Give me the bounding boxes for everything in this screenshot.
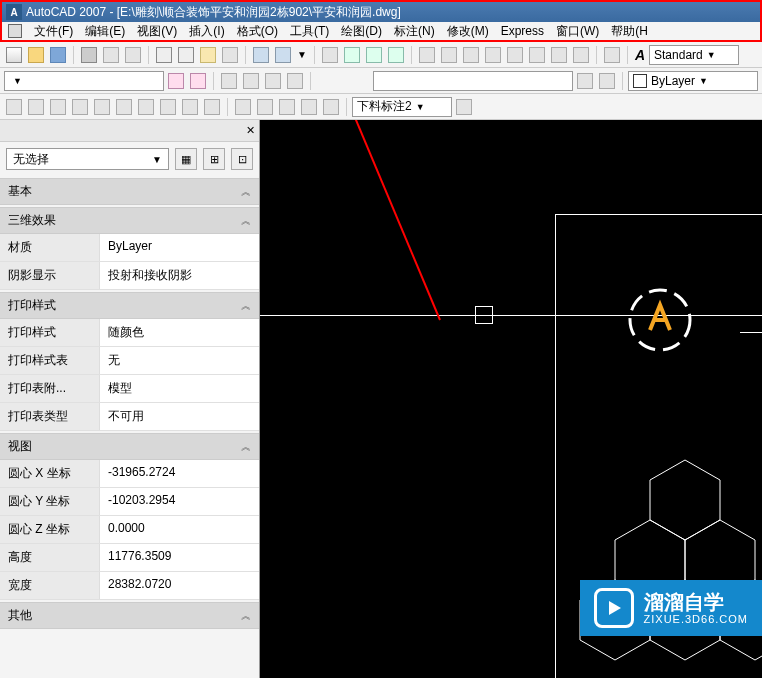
prop-value[interactable]: 不可用 <box>100 403 259 430</box>
section-label: 其他 <box>8 607 32 624</box>
menu-help[interactable]: 帮助(H <box>611 23 648 40</box>
menu-express[interactable]: Express <box>501 24 544 38</box>
dim-aligned-icon <box>28 99 44 115</box>
section-plot-style[interactable]: 打印样式 ︽ <box>0 292 259 319</box>
help-button[interactable] <box>602 45 622 65</box>
drawing-line <box>740 332 762 333</box>
layer-tool-button[interactable] <box>285 71 305 91</box>
undo-button[interactable] <box>251 45 271 65</box>
dim-leader-button[interactable] <box>233 97 253 117</box>
layer-tool-button[interactable] <box>241 71 261 91</box>
section-basic[interactable]: 基本 ︽ <box>0 178 259 205</box>
tool-button[interactable] <box>417 45 437 65</box>
layer-props-button[interactable] <box>188 71 208 91</box>
section-view[interactable]: 视图 ︽ <box>0 433 259 460</box>
linetype-combo[interactable]: ByLayer ▼ <box>628 71 758 91</box>
zoom-prev-button[interactable] <box>386 45 406 65</box>
paste-icon <box>200 47 216 63</box>
dim-continue-button[interactable] <box>202 97 222 117</box>
dim-baseline-button[interactable] <box>180 97 200 117</box>
save-button[interactable] <box>48 45 68 65</box>
open-button[interactable] <box>26 45 46 65</box>
menu-file[interactable]: 文件(F) <box>34 23 73 40</box>
dim-diameter-button[interactable] <box>114 97 134 117</box>
selection-combo[interactable]: 无选择 ▼ <box>6 148 169 170</box>
menu-edit[interactable]: 编辑(E) <box>85 23 125 40</box>
zoom-rt-button[interactable] <box>342 45 362 65</box>
cut-button[interactable] <box>154 45 174 65</box>
menu-view[interactable]: 视图(V) <box>137 23 177 40</box>
properties-header: ✕ <box>0 120 259 142</box>
new-button[interactable] <box>4 45 24 65</box>
prop-value[interactable]: ByLayer <box>100 234 259 261</box>
dim-update-button[interactable] <box>454 97 474 117</box>
copy-button[interactable] <box>176 45 196 65</box>
tool-button[interactable] <box>439 45 459 65</box>
menu-modify[interactable]: 修改(M) <box>447 23 489 40</box>
layer-prev-button[interactable] <box>166 71 186 91</box>
tool-button[interactable] <box>505 45 525 65</box>
tool-button[interactable] <box>461 45 481 65</box>
mdi-control-icon[interactable] <box>8 24 22 38</box>
pan-button[interactable] <box>320 45 340 65</box>
separator <box>213 72 214 90</box>
prop-value[interactable]: 投射和接收阴影 <box>100 262 259 289</box>
zoom-win-button[interactable] <box>364 45 384 65</box>
dim-quick-button[interactable] <box>158 97 178 117</box>
prop-value[interactable]: 模型 <box>100 375 259 402</box>
prop-value[interactable]: -31965.2724 <box>100 460 259 487</box>
menu-dimension[interactable]: 标注(N) <box>394 23 435 40</box>
menu-window[interactable]: 窗口(W) <box>556 23 599 40</box>
dim-tedit-button[interactable] <box>321 97 341 117</box>
drawing-canvas[interactable]: 溜溜自学 ZIXUE.3D66.COM <box>260 120 762 678</box>
publish-button[interactable] <box>123 45 143 65</box>
prop-value[interactable]: 随颜色 <box>100 319 259 346</box>
section-label: 视图 <box>8 438 32 455</box>
plot-button[interactable] <box>79 45 99 65</box>
prop-value[interactable]: 无 <box>100 347 259 374</box>
dim-angular-button[interactable] <box>136 97 156 117</box>
tool-button[interactable] <box>527 45 547 65</box>
dim-arc-button[interactable] <box>48 97 68 117</box>
dim-tolerance-button[interactable] <box>255 97 275 117</box>
prop-value[interactable]: -10203.2954 <box>100 488 259 515</box>
text-style-combo[interactable]: Standard ▼ <box>649 45 739 65</box>
layer-tool-button[interactable] <box>219 71 239 91</box>
redo-button[interactable] <box>273 45 293 65</box>
select-objects-button[interactable]: ⊡ <box>231 148 253 170</box>
dim-ord-button[interactable] <box>70 97 90 117</box>
pick-add-button[interactable]: ⊞ <box>203 148 225 170</box>
color-combo[interactable] <box>373 71 573 91</box>
menu-format[interactable]: 格式(O) <box>237 23 278 40</box>
layer-tool-button[interactable] <box>263 71 283 91</box>
separator <box>227 98 228 116</box>
layer-combo[interactable]: ▼ <box>4 71 164 91</box>
prop-value[interactable]: 28382.0720 <box>100 572 259 599</box>
color-button[interactable] <box>575 71 595 91</box>
dim-center-button[interactable] <box>277 97 297 117</box>
quick-select-button[interactable]: ▦ <box>175 148 197 170</box>
plot-preview-button[interactable] <box>101 45 121 65</box>
match-button[interactable] <box>220 45 240 65</box>
menu-tools[interactable]: 工具(T) <box>290 23 329 40</box>
dim-style-combo[interactable]: 下料标注2 ▼ <box>352 97 452 117</box>
tool-button[interactable] <box>483 45 503 65</box>
menu-insert[interactable]: 插入(I) <box>189 23 224 40</box>
color-icon <box>287 73 303 89</box>
dim-linear-button[interactable] <box>4 97 24 117</box>
tool-button[interactable] <box>549 45 569 65</box>
separator <box>310 72 311 90</box>
prop-value[interactable]: 0.0000 <box>100 516 259 543</box>
dim-edit-button[interactable] <box>299 97 319 117</box>
close-icon[interactable]: ✕ <box>246 124 255 137</box>
dim-aligned-button[interactable] <box>26 97 46 117</box>
prop-value[interactable]: 11776.3509 <box>100 544 259 571</box>
section-other[interactable]: 其他 ︽ <box>0 602 259 629</box>
dim-radius-button[interactable] <box>92 97 112 117</box>
paste-button[interactable] <box>198 45 218 65</box>
tool-button[interactable] <box>571 45 591 65</box>
menu-draw[interactable]: 绘图(D) <box>341 23 382 40</box>
undo-dropdown[interactable]: ▼ <box>295 49 309 60</box>
color-button[interactable] <box>597 71 617 91</box>
section-3d-effects[interactable]: 三维效果 ︽ <box>0 207 259 234</box>
